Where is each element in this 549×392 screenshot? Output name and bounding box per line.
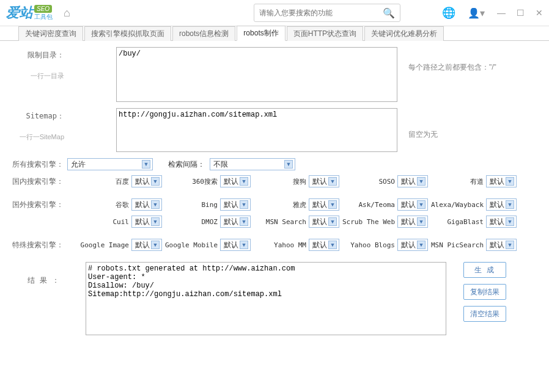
- minimize-button[interactable]: —: [497, 8, 506, 18]
- domestic-engines-label: 国内搜索引擎：: [12, 176, 73, 187]
- chevron-down-icon: ▼: [142, 160, 150, 169]
- result-output[interactable]: [86, 262, 446, 335]
- generate-button[interactable]: 生 成: [463, 262, 506, 278]
- sitemap-input[interactable]: [116, 108, 397, 152]
- restrict-dir-sublabel: 一行一目录: [12, 71, 64, 81]
- interval-select[interactable]: 不限▼: [210, 158, 295, 170]
- dmoz-select[interactable]: 默认▼: [220, 216, 251, 228]
- sitemap-label: Sitemap：: [12, 108, 64, 122]
- youdao-select[interactable]: 默认▼: [486, 175, 517, 187]
- yahoo-blogs-select[interactable]: 默认▼: [397, 239, 428, 251]
- msn-select[interactable]: 默认▼: [309, 216, 339, 228]
- tab-http-status[interactable]: 页面HTTP状态查询: [287, 26, 363, 41]
- yahoo-select[interactable]: 默认▼: [309, 198, 339, 211]
- result-label: 结果：: [12, 262, 64, 286]
- bing-select[interactable]: 默认▼: [220, 198, 251, 211]
- restrict-dir-label: 限制目录：: [12, 47, 64, 60]
- sitemap-hint: 留空为无: [408, 108, 438, 140]
- tabs: 关键词密度查询 搜索引擎模拟抓取页面 robots信息检测 robots制作 页…: [0, 26, 549, 41]
- search-box[interactable]: 🔍: [254, 4, 400, 22]
- sogou-select[interactable]: 默认▼: [309, 175, 339, 187]
- tab-robots-check[interactable]: robots信息检测: [172, 26, 235, 41]
- tab-crawler-sim[interactable]: 搜索引擎模拟抓取页面: [84, 26, 171, 41]
- yahoo-mm-select[interactable]: 默认▼: [309, 239, 339, 251]
- scrub-select[interactable]: 默认▼: [397, 216, 428, 228]
- tab-keyword-density[interactable]: 关键词密度查询: [18, 26, 83, 41]
- sitemap-sublabel: 一行一SiteMap: [12, 132, 64, 142]
- copy-result-button[interactable]: 复制结果: [463, 284, 506, 300]
- interval-label: 检索间隔：: [168, 159, 205, 170]
- msn-pic-select[interactable]: 默认▼: [486, 239, 517, 251]
- all-engines-select[interactable]: 允许▼: [67, 158, 153, 170]
- alexa-select[interactable]: 默认▼: [486, 198, 517, 211]
- 360-select[interactable]: 默认▼: [220, 175, 251, 187]
- soso-select[interactable]: 默认▼: [397, 175, 428, 187]
- app-logo: 爱站 SEO 工具包: [6, 4, 53, 22]
- maximize-button[interactable]: ☐: [517, 8, 525, 18]
- restrict-dir-input[interactable]: [116, 47, 397, 102]
- close-button[interactable]: ✕: [536, 8, 543, 18]
- google-mobile-select[interactable]: 默认▼: [220, 239, 251, 251]
- tab-keyword-difficulty[interactable]: 关键词优化难易分析: [364, 26, 444, 41]
- google-image-select[interactable]: 默认▼: [131, 239, 162, 251]
- cuil-select[interactable]: 默认▼: [131, 216, 162, 228]
- clear-result-button[interactable]: 清空结果: [463, 306, 506, 322]
- gigablast-select[interactable]: 默认▼: [486, 216, 517, 228]
- tab-robots-create[interactable]: robots制作: [237, 26, 285, 41]
- baidu-select[interactable]: 默认▼: [131, 175, 162, 187]
- all-engines-label: 所有搜索引擎：: [12, 159, 67, 170]
- restrict-dir-hint: 每个路径之前都要包含："/": [408, 47, 496, 73]
- search-icon[interactable]: 🔍: [383, 7, 395, 19]
- ask-select[interactable]: 默认▼: [397, 198, 428, 211]
- search-input[interactable]: [259, 9, 383, 17]
- foreign-engines-label: 国外搜索引擎：: [12, 200, 73, 210]
- chevron-down-icon: ▼: [284, 160, 293, 169]
- globe-icon[interactable]: 🌐: [442, 6, 455, 20]
- user-icon[interactable]: 👤▾: [468, 7, 485, 19]
- google-select[interactable]: 默认▼: [131, 198, 162, 211]
- home-icon[interactable]: ⌂: [64, 7, 70, 20]
- special-engines-label: 特殊搜索引擎：: [12, 240, 73, 250]
